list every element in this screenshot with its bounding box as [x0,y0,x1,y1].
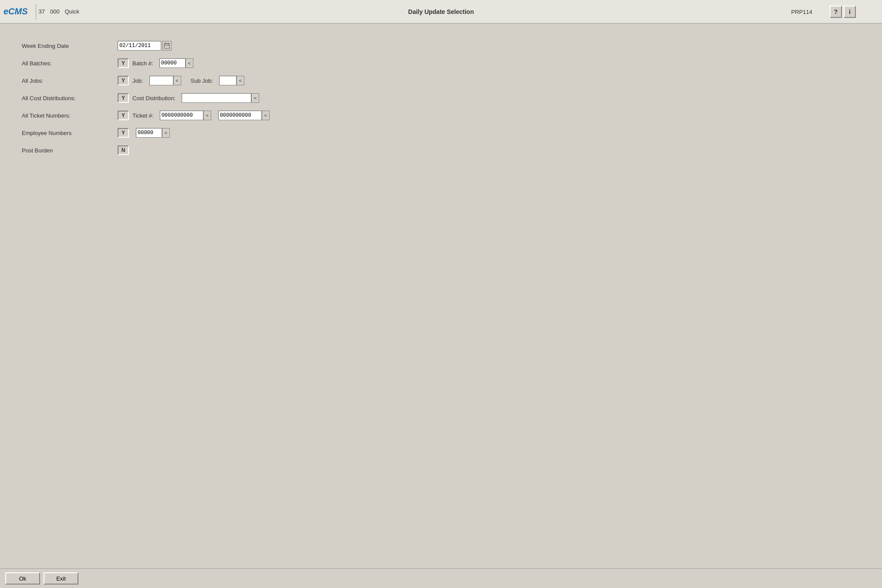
all-ticket-controls: Y Ticket #: < < [118,111,270,120]
week-ending-date-input-group [118,41,172,51]
batch-num-input-group: < [159,58,193,68]
all-cost-dist-toggle[interactable]: Y [118,93,129,103]
exit-button[interactable]: Exit [44,572,78,585]
ticket-num2-input[interactable] [218,111,262,120]
all-jobs-toggle[interactable]: Y [118,76,129,85]
post-burden-label: Post Burden [22,147,118,154]
cost-dist-input-group: < [182,93,259,103]
sub-job-input-group: < [219,76,244,85]
job-label: Job: [132,78,143,84]
ticket-num2-lookup-btn[interactable]: < [262,111,270,120]
sub-job-label: Sub Job: [191,78,213,84]
svg-rect-0 [164,44,169,48]
ticket-num1-input[interactable] [160,111,203,120]
info-button[interactable]: i [844,6,856,18]
all-ticket-toggle[interactable]: Y [118,111,129,120]
header: eCMS 37 000 Quick Daily Update Selection… [0,0,882,24]
all-cost-dist-label: All Cost Distributions: [22,95,118,101]
nav-num1: 37 [39,8,45,15]
week-ending-date-label: Week Ending Date [22,43,118,49]
header-toolbar: ? i [830,6,856,18]
all-jobs-label: All Jobs: [22,78,118,84]
all-batches-toggle[interactable]: Y [118,58,129,68]
employee-num-lookup-btn[interactable]: < [162,128,170,138]
all-batches-row: All Batches: Y Batch #: < [22,58,860,68]
all-jobs-row: All Jobs: Y Job: < Sub Job: < [22,76,860,85]
all-jobs-controls: Y Job: < Sub Job: < [118,76,244,85]
post-burden-row: Post Burden N [22,145,860,155]
all-cost-dist-row: All Cost Distributions: Y Cost Distribut… [22,93,860,103]
job-lookup-btn[interactable]: < [173,76,181,85]
calendar-icon[interactable] [162,41,172,51]
post-burden-toggle[interactable]: N [118,145,129,155]
week-ending-date-controls [118,41,172,51]
employee-num-input-group: < [136,128,170,138]
job-input[interactable] [149,76,173,85]
batch-num-lookup-btn[interactable]: < [186,58,193,68]
week-ending-date-row: Week Ending Date [22,41,860,51]
nav-quick: Quick [65,8,79,15]
employee-num-input[interactable] [136,128,162,138]
footer: Ok Exit [0,568,882,588]
page-title: Daily Update Selection [408,8,474,15]
all-ticket-label: All Ticket Numbers: [22,112,118,119]
employee-numbers-row: Employee Numbers Y < [22,128,860,138]
all-ticket-row: All Ticket Numbers: Y Ticket #: < < [22,111,860,120]
batch-num-label: Batch #: [132,60,153,67]
sub-job-lookup-btn[interactable]: < [237,76,244,85]
post-burden-controls: N [118,145,129,155]
ticket-num1-input-group: < [160,111,211,120]
ticket-num1-lookup-btn[interactable]: < [203,111,211,120]
job-input-group: < [149,76,181,85]
header-nav: 37 000 Quick [39,8,79,15]
all-batches-label: All Batches: [22,60,118,67]
cost-dist-input[interactable] [182,93,251,103]
employee-numbers-controls: Y < [118,128,170,138]
cost-dist-label: Cost Distribution: [132,95,176,101]
all-batches-controls: Y Batch #: < [118,58,193,68]
week-ending-date-input[interactable] [118,41,161,51]
app-title: eCMS [3,7,28,17]
batch-num-input[interactable] [159,58,186,68]
nav-num2: 000 [50,8,60,15]
page-code: PRP114 [791,8,812,15]
ticket-num-label: Ticket #: [132,112,154,119]
main-content: Week Ending Date All Batches: Y Batch #: [0,24,882,568]
employee-numbers-label: Employee Numbers [22,130,118,136]
sub-job-input[interactable] [219,76,237,85]
ticket-num2-input-group: < [218,111,270,120]
header-divider [36,4,36,20]
help-button[interactable]: ? [830,6,842,18]
ok-button[interactable]: Ok [5,572,40,585]
cost-dist-lookup-btn[interactable]: < [251,93,259,103]
employee-numbers-toggle[interactable]: Y [118,128,129,138]
all-cost-dist-controls: Y Cost Distribution: < [118,93,259,103]
